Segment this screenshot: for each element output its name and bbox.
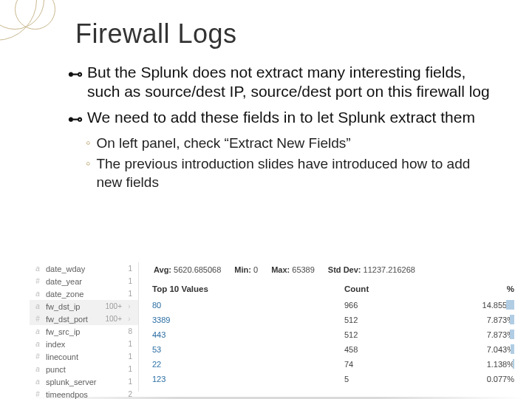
table-row[interactable]: 534587.043% <box>152 342 514 357</box>
bar-indicator <box>513 359 514 369</box>
table-row[interactable]: 12350.077% <box>152 372 514 386</box>
field-count: 1 <box>128 265 132 273</box>
slide: Firewall Logs ⊷ But the Splunk does not … <box>0 0 532 399</box>
count-cell: 74 <box>344 360 455 369</box>
field-name: fw_src_ip <box>46 327 123 336</box>
sub-bullet-glyph: ◦ <box>86 134 90 153</box>
field-type-icon: a <box>34 302 41 310</box>
sub-bullet-text: On left panel, check “Extract New Fields… <box>96 134 350 153</box>
body-text: ⊷ But the Splunk does not extract many i… <box>68 63 495 192</box>
field-type-icon: a <box>34 290 41 298</box>
field-count: 8 <box>128 327 132 335</box>
field-row[interactable]: afw_dst_ip100+› <box>30 300 138 313</box>
chevron-right-icon: › <box>126 302 132 310</box>
bullet-item: ⊷ We need to add these fields in to let … <box>68 108 495 129</box>
field-row[interactable]: afw_src_ip8 <box>30 325 138 338</box>
table-row[interactable]: 4435127.873% <box>152 327 514 342</box>
field-row[interactable]: #linecount1 <box>30 350 138 363</box>
field-name: punct <box>46 365 123 374</box>
screenshot-region: adate_wday1 #date_year1 adate_zone1 afw_… <box>30 262 525 392</box>
field-type-icon: # <box>34 277 41 285</box>
col-count: Count <box>344 284 455 293</box>
table-row[interactable]: 33895127.873% <box>152 313 514 327</box>
value-cell: 80 <box>152 301 344 310</box>
field-row[interactable]: #fw_dst_port100+› <box>30 313 138 325</box>
field-name: fw_dst_port <box>46 315 100 324</box>
summary-stats: Avg: 5620.685068 Min: 0 Max: 65389 Std D… <box>152 262 514 282</box>
sub-bullet-item: ◦ The previous introduction slides have … <box>86 155 495 191</box>
value-cell: 443 <box>152 330 344 339</box>
field-type-icon: a <box>34 265 41 273</box>
col-percent: % <box>455 284 514 293</box>
value-cell: 3389 <box>152 316 344 324</box>
field-count: 1 <box>128 290 132 298</box>
field-row[interactable]: adate_zone1 <box>30 287 138 300</box>
field-name: date_zone <box>46 290 123 299</box>
field-name: index <box>46 340 123 349</box>
bar-indicator <box>510 330 514 339</box>
bullet-glyph: ⊷ <box>68 108 83 129</box>
field-count: 1 <box>128 352 132 361</box>
stat-value: 11237.216268 <box>364 265 415 274</box>
field-name: splunk_server <box>46 378 123 386</box>
field-count: 1 <box>128 277 132 285</box>
value-cell: 22 <box>152 360 344 369</box>
field-count: 1 <box>128 378 132 386</box>
chevron-right-icon: › <box>126 315 132 323</box>
bullet-glyph: ⊷ <box>68 63 83 102</box>
field-row[interactable]: asplunk_server1 <box>30 375 138 388</box>
field-type-icon: a <box>34 365 41 373</box>
field-type-icon: a <box>34 340 41 348</box>
count-cell: 966 <box>344 301 455 310</box>
percent-cell: 0.077% <box>455 375 514 383</box>
top-values-header: Top 10 Values Count % <box>152 282 514 298</box>
fields-sidebar: adate_wday1 #date_year1 adate_zone1 afw_… <box>30 262 139 392</box>
value-cell: 123 <box>152 375 344 383</box>
stat-value: 5620.685068 <box>174 265 221 274</box>
table-row[interactable]: 8096614.855% <box>152 298 514 313</box>
bullet-text: But the Splunk does not extract many int… <box>87 63 495 102</box>
count-cell: 512 <box>344 330 455 339</box>
sub-bullet-glyph: ◦ <box>86 155 90 191</box>
stat-label: Min: <box>234 265 251 274</box>
count-cell: 5 <box>344 375 455 383</box>
count-cell: 458 <box>344 345 455 354</box>
stat-label: Avg: <box>154 265 171 274</box>
bar-indicator <box>510 315 514 324</box>
percent-cell: 7.043% <box>455 345 514 354</box>
percent-cell: 1.138% <box>455 360 514 369</box>
percent-cell: 7.873% <box>455 316 514 324</box>
field-row[interactable]: #date_year1 <box>30 275 138 287</box>
sub-bullet-item: ◦ On left panel, check “Extract New Fiel… <box>86 134 495 153</box>
field-count: 100+ <box>105 302 122 310</box>
stats-panel: Avg: 5620.685068 Min: 0 Max: 65389 Std D… <box>139 262 525 392</box>
field-count: 1 <box>128 365 132 373</box>
bullet-item: ⊷ But the Splunk does not extract many i… <box>68 63 495 102</box>
bullet-text: We need to add these fields in to let Sp… <box>87 108 475 129</box>
field-type-icon: # <box>34 315 41 323</box>
sub-bullet-text: The previous introduction slides have in… <box>96 155 495 191</box>
field-name: linecount <box>46 352 123 361</box>
field-row[interactable]: aindex1 <box>30 338 138 350</box>
field-count: 100+ <box>105 315 122 323</box>
field-name: fw_dst_ip <box>46 302 100 311</box>
field-type-icon: a <box>34 378 41 386</box>
field-type-icon: a <box>34 327 41 335</box>
stat-label: Max: <box>271 265 290 274</box>
bar-indicator <box>506 300 514 310</box>
table-row[interactable]: 22741.138% <box>152 357 514 372</box>
field-type-icon: # <box>34 352 41 361</box>
col-top-values: Top 10 Values <box>152 284 344 293</box>
sub-bullet-list: ◦ On left panel, check “Extract New Fiel… <box>86 134 495 192</box>
field-row[interactable]: adate_wday1 <box>30 262 138 275</box>
stat-value: 0 <box>253 265 258 274</box>
field-count: 1 <box>128 340 132 348</box>
percent-cell: 7.873% <box>455 330 514 339</box>
stat-value: 65389 <box>292 265 315 274</box>
field-name: date_year <box>46 277 123 286</box>
stat-label: Std Dev: <box>328 265 361 274</box>
field-row[interactable]: apunct1 <box>30 363 138 375</box>
bar-indicator <box>511 344 514 354</box>
page-title: Firewall Logs <box>75 18 502 50</box>
field-name: date_wday <box>46 265 123 273</box>
